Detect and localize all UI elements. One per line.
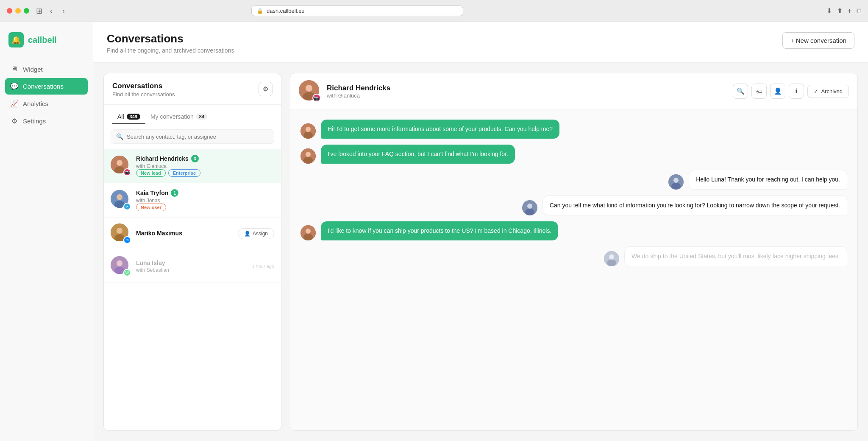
browser-chrome: ⊞ ‹ › 🔒 dash.callbell.eu ⬇ ⬆ + ⧉	[0, 0, 868, 22]
svg-point-17	[303, 132, 313, 139]
tab-my-badge: 84	[196, 114, 207, 120]
tab-my-conversation[interactable]: My conversation 84	[145, 110, 212, 124]
new-conversation-button[interactable]: + New conversation	[782, 32, 854, 49]
svg-point-19	[306, 152, 311, 157]
svg-point-10	[117, 260, 122, 266]
main-content: Conversations Find all the ongoing, and …	[93, 22, 868, 441]
page-header-left: Conversations Find all the ongoing, and …	[107, 32, 234, 54]
channel-badge-telegram: ✈	[123, 203, 131, 210]
conv-name-row: Kaia Tryfon 1	[136, 189, 274, 197]
right-panel: 📷 Richard Hendricks with Gianluca 🔍 🏷 👤 …	[290, 73, 858, 431]
search-input[interactable]	[127, 134, 269, 140]
app-window: 🔔 callbell 🖥 Widget 💬 Conversations 📈 An…	[0, 22, 868, 441]
channel-badge-messenger: m	[123, 236, 131, 244]
message-avatar	[300, 123, 316, 139]
sidebar-item-settings[interactable]: ⚙ Settings	[5, 113, 88, 129]
sidebar-label-widget: Widget	[23, 66, 43, 73]
message-avatar	[300, 225, 316, 240]
agent-avatar	[604, 251, 619, 266]
tag-new-user: New user	[136, 204, 166, 211]
page-header: Conversations Find all the ongoing, and …	[93, 22, 868, 63]
conv-info: Mariko Maximus	[136, 230, 233, 237]
analytics-icon: 📈	[10, 100, 19, 108]
sidebar-label-settings: Settings	[23, 117, 46, 125]
page-title: Conversations	[107, 32, 234, 45]
list-item[interactable]: 📷 Richard Hendricks 3 with Gianluca New …	[104, 149, 281, 183]
channel-badge-instagram: 📷	[123, 168, 131, 176]
message-bubble: Hello Luna! Thank you for reaching out, …	[689, 170, 847, 190]
svg-point-29	[303, 234, 313, 240]
assign-icon: 👤	[244, 231, 250, 237]
message-group: I've looked into your FAQ section, but I…	[300, 145, 847, 164]
svg-point-25	[527, 204, 532, 209]
conv-info: Kaia Tryfon 1 with Jonas New user	[136, 189, 274, 211]
svg-point-23	[671, 183, 681, 190]
share-button[interactable]: ⬆	[837, 7, 843, 15]
new-tab-button[interactable]: +	[848, 7, 851, 15]
chat-search-button[interactable]: 🔍	[733, 84, 748, 99]
back-button[interactable]: ‹	[47, 6, 55, 16]
conv-name: Richard Hendricks	[136, 155, 189, 162]
sidebar-item-conversations[interactable]: 💬 Conversations	[5, 78, 88, 95]
left-panel-title: Conversations	[112, 82, 175, 90]
widget-icon: 🖥	[10, 65, 19, 73]
content-area: Conversations Find all the conversations…	[93, 63, 868, 441]
sidebar-label-conversations: Conversations	[23, 83, 64, 90]
panel-settings-button[interactable]: ⚙	[259, 82, 273, 96]
page-subtitle: Find all the ongoing, and archived conve…	[107, 47, 234, 54]
sidebar: 🔔 callbell 🖥 Widget 💬 Conversations 📈 An…	[0, 22, 93, 441]
chat-contact-name: Richard Hendricks	[327, 84, 727, 92]
chat-tag-button[interactable]: 🏷	[751, 84, 767, 99]
conv-info: Richard Hendricks 3 with Gianluca New le…	[136, 155, 274, 177]
check-icon: ✓	[814, 88, 818, 95]
unread-count: 1	[171, 189, 178, 197]
svg-point-13	[306, 85, 312, 92]
sidebar-toggle-button[interactable]: ⊞	[36, 6, 42, 16]
svg-point-22	[673, 178, 679, 183]
svg-point-4	[117, 194, 122, 200]
assign-button[interactable]: 👤 Assign	[238, 228, 274, 239]
message-bubble: Can you tell me what kind of information…	[542, 195, 847, 215]
message-bubble: I'd like to know if you can ship your pr…	[321, 221, 558, 240]
unread-count: 3	[191, 155, 199, 162]
list-item[interactable]: m Mariko Maximus 👤 Assign	[104, 218, 281, 250]
minimize-button[interactable]	[15, 8, 21, 14]
tab-all-label: All	[117, 113, 124, 120]
conv-sub: with Gianluca	[136, 163, 274, 169]
sidebar-item-widget[interactable]: 🖥 Widget	[5, 61, 88, 77]
svg-point-26	[525, 209, 534, 215]
svg-point-1	[117, 160, 122, 166]
forward-button[interactable]: ›	[60, 6, 67, 16]
left-panel-header-text: Conversations Find all the conversations	[112, 82, 175, 98]
list-item[interactable]: W Luna Islay with Sebastian 1 hour ago	[104, 250, 281, 283]
archived-button[interactable]: ✓ Archived	[807, 85, 849, 98]
svg-point-20	[303, 157, 313, 164]
message-group: Hi! I'd to get some more informations ab…	[300, 120, 847, 139]
logo: 🔔 callbell	[0, 32, 93, 61]
message-group: Can you tell me what kind of information…	[300, 195, 847, 215]
channel-badge-whatsapp: W	[123, 269, 131, 276]
tab-all[interactable]: All 349	[112, 110, 145, 124]
close-button[interactable]	[7, 8, 12, 14]
chat-assign-button[interactable]: 👤	[770, 84, 785, 99]
svg-point-32	[607, 260, 616, 266]
tabs-button[interactable]: ⧉	[857, 7, 861, 15]
conv-name-row: Richard Hendricks 3	[136, 155, 274, 162]
left-panel: Conversations Find all the conversations…	[103, 73, 281, 431]
chat-header-info: Richard Hendricks with Gianluca	[327, 84, 727, 99]
search-bar: 🔍	[111, 129, 274, 144]
list-item[interactable]: ✈ Kaia Tryfon 1 with Jonas New user	[104, 183, 281, 218]
conv-tags: New lead Enterprise	[136, 169, 274, 177]
sidebar-item-analytics[interactable]: 📈 Analytics	[5, 95, 88, 112]
chat-info-button[interactable]: ℹ	[789, 84, 804, 99]
conv-name-row: Luna Islay	[136, 260, 247, 266]
url-text: dash.callbell.eu	[267, 8, 305, 14]
conv-sub: with Sebastian	[136, 267, 247, 273]
conv-info: Luna Islay with Sebastian	[136, 260, 247, 273]
tab-all-badge: 349	[127, 114, 140, 120]
browser-actions: ⬇ ⬆ + ⧉	[826, 7, 861, 15]
maximize-button[interactable]	[24, 8, 29, 14]
url-bar[interactable]: 🔒 dash.callbell.eu	[251, 6, 463, 16]
svg-point-31	[609, 254, 614, 260]
download-button[interactable]: ⬇	[826, 7, 832, 15]
